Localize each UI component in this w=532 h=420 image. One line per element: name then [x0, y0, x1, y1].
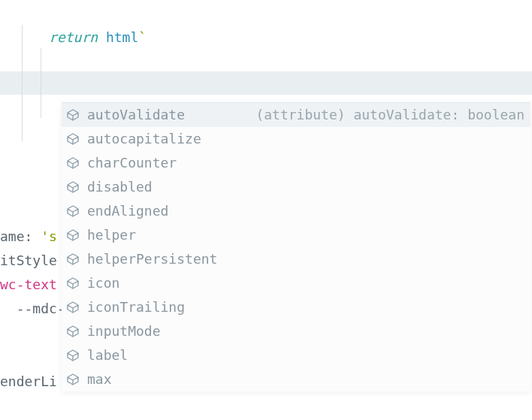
field-icon: [66, 228, 80, 242]
autocomplete-label: autocapitalize: [87, 127, 201, 151]
autocomplete-detail: (attribute) autoValidate: boolean: [255, 103, 530, 127]
code-line: return html`: [0, 2, 532, 25]
autocomplete-item[interactable]: inputMode: [62, 319, 530, 343]
autocomplete-label: icon: [87, 271, 119, 295]
bg-code-fragment: ame: 's: [0, 225, 57, 249]
field-icon: [66, 108, 80, 122]
autocomplete-item[interactable]: endAligned: [62, 199, 530, 223]
field-icon: [66, 276, 80, 290]
autocomplete-item[interactable]: autoValidate (attribute) autoValidate: b…: [62, 103, 530, 127]
autocomplete-label: max: [87, 367, 112, 391]
bg-code-fragment: enderLi: [0, 370, 57, 394]
autocomplete-label: autoValidate: [87, 103, 185, 127]
autocomplete-item[interactable]: disabled: [62, 175, 530, 199]
bg-code-fragment: itStyle: [0, 249, 57, 273]
bg-code-fragment: --mdc-: [0, 297, 65, 321]
active-line[interactable]: [0, 71, 532, 95]
autocomplete-item[interactable]: helper: [62, 223, 530, 247]
autocomplete-label: helperPersistent: [87, 247, 217, 271]
autocomplete-label: inputMode: [87, 319, 161, 343]
autocomplete-label: helper: [87, 223, 136, 247]
autocomplete-item[interactable]: autocapitalize: [62, 127, 530, 151]
autocomplete-item[interactable]: max: [62, 367, 530, 391]
autocomplete-item[interactable]: icon: [62, 271, 530, 295]
bg-code-fragment: wc-text: [0, 273, 57, 297]
field-icon: [66, 252, 80, 266]
field-icon: [66, 349, 80, 362]
code-line: <mwc-textfield: [0, 25, 532, 48]
field-icon: [66, 132, 80, 146]
autocomplete-label: charCounter: [87, 151, 177, 175]
autocomplete-item[interactable]: helperPersistent: [62, 247, 530, 271]
field-icon: [66, 325, 80, 338]
field-icon: [66, 180, 80, 194]
autocomplete-item[interactable]: label: [62, 343, 530, 367]
field-icon: [66, 301, 80, 314]
autocomplete-label: disabled: [87, 175, 153, 199]
field-icon: [66, 204, 80, 218]
autocomplete-label: iconTrailing: [87, 295, 185, 319]
field-icon: [66, 156, 80, 170]
autocomplete-item[interactable]: charCounter: [62, 151, 530, 175]
field-icon: [66, 373, 80, 386]
autocomplete-item[interactable]: iconTrailing: [62, 295, 530, 319]
autocomplete-label: label: [87, 343, 128, 367]
autocomplete-label: endAligned: [87, 199, 168, 223]
autocomplete-popup[interactable]: autoValidate (attribute) autoValidate: b…: [62, 102, 530, 391]
code-line: ?outlined=${true}: [0, 48, 532, 71]
